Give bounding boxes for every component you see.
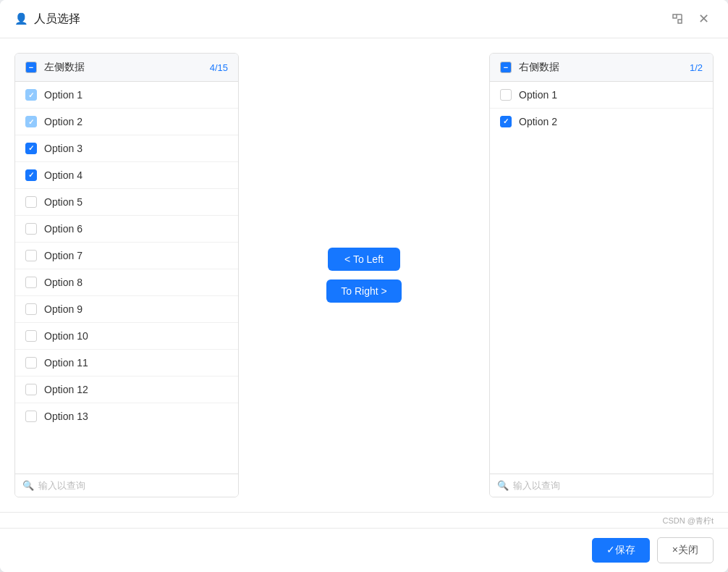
dialog-footer: ✓保存 ×关闭	[0, 528, 728, 572]
item-checkbox[interactable]	[25, 223, 37, 235]
right-panel-title: 右侧数据	[519, 61, 690, 74]
left-panel-title: 左侧数据	[44, 61, 210, 74]
item-label: Option 4	[44, 169, 82, 181]
svg-rect-0	[673, 14, 677, 18]
list-item[interactable]: ✓ Option 1	[15, 82, 238, 109]
save-label: ✓保存	[606, 544, 635, 557]
dialog: 👤 人员选择 ✕ − 左侧数据	[0, 0, 728, 572]
close-dialog-button[interactable]: ×关闭	[657, 537, 714, 563]
list-item[interactable]: Option 13	[15, 403, 238, 429]
save-button[interactable]: ✓保存	[592, 538, 650, 563]
left-search-icon: 🔍	[22, 480, 34, 491]
dialog-title: 人员选择	[34, 12, 80, 27]
checkmark: ✓	[28, 172, 34, 179]
list-item[interactable]: Option 9	[15, 296, 238, 323]
right-search-input[interactable]	[513, 480, 706, 491]
item-label: Option 10	[44, 330, 88, 342]
dialog-header: 👤 人员选择 ✕	[0, 0, 728, 38]
item-checkbox[interactable]: ✓	[25, 143, 37, 154]
dialog-header-actions: ✕	[667, 9, 714, 29]
user-icon: 👤	[14, 12, 28, 25]
right-panel-header: − 右侧数据 1/2	[490, 54, 713, 82]
dialog-body: − 左侧数据 4/15 ✓ Option 1 ✓ Option 2 ✓ Opti…	[0, 38, 728, 512]
left-panel-search: 🔍	[15, 474, 238, 497]
left-panel-header: − 左侧数据 4/15	[15, 54, 238, 82]
item-checkbox[interactable]	[500, 89, 512, 101]
item-label: Option 5	[44, 196, 82, 208]
watermark: CSDN @青柠t	[0, 513, 728, 528]
left-search-input[interactable]	[38, 480, 231, 491]
item-checkbox[interactable]: ✓	[25, 89, 37, 101]
expand-icon	[672, 14, 682, 24]
item-label: Option 1	[44, 89, 82, 101]
item-label: Option 2	[519, 116, 557, 127]
list-item[interactable]: Option 1	[490, 82, 713, 109]
to-right-button[interactable]: To Right >	[326, 279, 401, 303]
right-panel-count: 1/2	[690, 62, 703, 73]
list-item[interactable]: Option 11	[15, 350, 238, 377]
item-label: Option 1	[519, 89, 557, 101]
item-checkbox[interactable]	[25, 384, 37, 395]
expand-button[interactable]	[667, 9, 687, 29]
transfer-buttons-area: < To Left To Right >	[239, 53, 489, 497]
to-left-label: < To Left	[344, 253, 384, 265]
dialog-title-area: 👤 人员选择	[14, 12, 80, 27]
list-item[interactable]: ✓ Option 2	[490, 109, 713, 135]
list-item[interactable]: Option 10	[15, 323, 238, 350]
item-checkbox[interactable]: ✓	[500, 116, 512, 127]
list-item[interactable]: ✓ Option 3	[15, 135, 238, 162]
item-checkbox[interactable]	[25, 411, 37, 422]
item-checkbox[interactable]	[25, 196, 37, 208]
left-panel: − 左侧数据 4/15 ✓ Option 1 ✓ Option 2 ✓ Opti…	[14, 53, 239, 497]
item-label: Option 7	[44, 250, 82, 261]
to-left-button[interactable]: < To Left	[328, 248, 400, 271]
svg-rect-1	[678, 20, 682, 23]
checkmark: ✓	[28, 145, 34, 152]
left-header-checkbox[interactable]: −	[25, 62, 37, 73]
item-label: Option 3	[44, 143, 82, 154]
checkmark: ✓	[28, 118, 34, 126]
list-item[interactable]: ✓ Option 4	[15, 162, 238, 189]
left-panel-count: 4/15	[210, 62, 228, 73]
item-label: Option 6	[44, 223, 82, 235]
item-label: Option 8	[44, 277, 82, 288]
item-label: Option 13	[44, 411, 88, 422]
close-label: ×关闭	[672, 544, 698, 557]
close-icon: ✕	[698, 11, 709, 27]
item-checkbox[interactable]: ✓	[25, 116, 37, 127]
right-panel-list: Option 1 ✓ Option 2	[490, 82, 713, 474]
right-panel-search: 🔍	[490, 474, 713, 497]
list-item[interactable]: Option 7	[15, 243, 238, 269]
list-item[interactable]: ✓ Option 2	[15, 109, 238, 135]
left-header-checkbox-mark: −	[29, 64, 33, 72]
item-checkbox[interactable]: ✓	[25, 169, 37, 181]
item-label: Option 2	[44, 116, 82, 127]
checkmark: ✓	[28, 91, 34, 99]
right-search-icon: 🔍	[497, 480, 509, 491]
item-checkbox[interactable]	[25, 357, 37, 369]
item-checkbox[interactable]	[25, 303, 37, 315]
right-header-checkbox[interactable]: −	[500, 62, 512, 73]
list-item[interactable]: Option 8	[15, 269, 238, 296]
checkmark: ✓	[503, 118, 509, 125]
item-label: Option 11	[44, 357, 88, 369]
item-checkbox[interactable]	[25, 330, 37, 342]
item-checkbox[interactable]	[25, 277, 37, 288]
right-header-checkbox-mark: −	[504, 64, 508, 72]
left-panel-list: ✓ Option 1 ✓ Option 2 ✓ Option 3 ✓ Optio…	[15, 82, 238, 474]
item-label: Option 12	[44, 384, 88, 395]
list-item[interactable]: Option 6	[15, 216, 238, 243]
item-label: Option 9	[44, 303, 82, 315]
list-item[interactable]: Option 12	[15, 377, 238, 403]
item-checkbox[interactable]	[25, 250, 37, 261]
close-button[interactable]: ✕	[693, 9, 714, 29]
list-item[interactable]: Option 5	[15, 189, 238, 216]
to-right-label: To Right >	[341, 285, 386, 297]
right-panel: − 右侧数据 1/2 Option 1 ✓ Option 2 🔍	[489, 53, 714, 497]
